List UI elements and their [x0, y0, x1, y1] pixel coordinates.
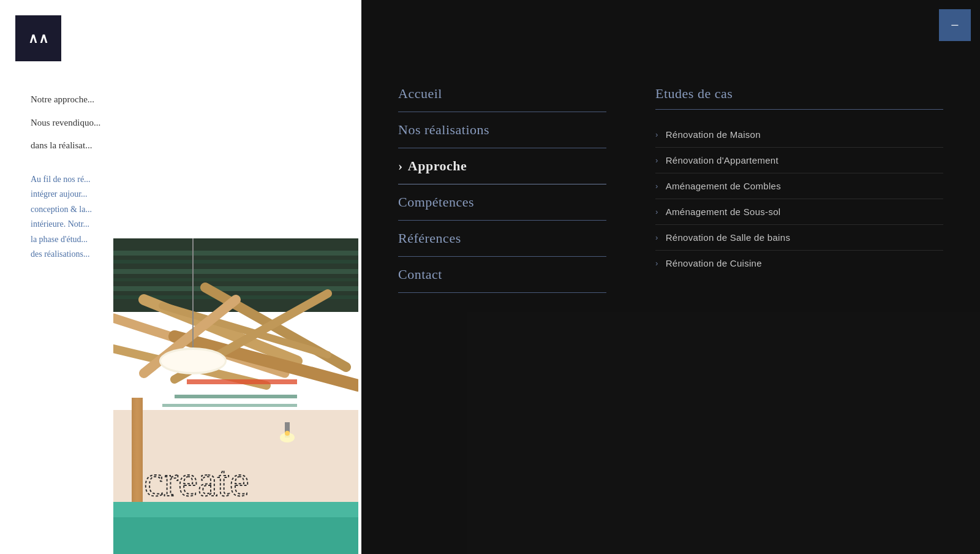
svg-rect-2 — [113, 260, 358, 264]
nav-subitem-renovation-cuisine[interactable]: › Rénovation de Cuisine — [655, 251, 943, 276]
svg-rect-17 — [162, 404, 297, 407]
chevron-icon-2: › — [655, 156, 658, 165]
nav-item-references[interactable]: Références — [398, 221, 606, 257]
svg-rect-3 — [113, 269, 358, 274]
nav-subitem-label-5: Rénovation de Salle de bains — [666, 232, 791, 243]
paragraph-3: dans la réalisat... — [31, 138, 331, 154]
nav-subitem-amenagement-sous-sol[interactable]: › Aménagement de Sous-sol — [655, 199, 943, 225]
paragraph-2: Nous revendiquo... — [31, 115, 331, 131]
nav-item-accueil[interactable]: Accueil — [398, 86, 606, 112]
nav-subitem-label-2: Rénovation d'Appartement — [666, 155, 778, 165]
chevron-icon-6: › — [655, 259, 658, 268]
logo-symbol: ∧∧ — [28, 31, 49, 47]
nav-subitem-label-1: Rénovation de Maison — [666, 129, 761, 140]
nav-subitem-amenagement-combles[interactable]: › Aménagement de Combles — [655, 173, 943, 199]
nav-section-title: Etudes de cas — [655, 86, 943, 110]
nav-right-column: Etudes de cas › Rénovation de Maison › R… — [655, 86, 943, 517]
svg-rect-16 — [175, 395, 297, 398]
image-background: create — [113, 238, 358, 554]
nav-subitem-label-6: Rénovation de Cuisine — [666, 258, 762, 268]
paragraph-1: Notre approche... — [31, 92, 331, 108]
svg-rect-4 — [113, 278, 358, 281]
nav-item-nos-realisations[interactable]: Nos réalisations — [398, 112, 606, 148]
svg-rect-5 — [113, 286, 358, 291]
site-logo[interactable]: ∧∧ — [15, 15, 61, 61]
nav-overlay: Accueil Nos réalisations Approche Compét… — [361, 0, 980, 554]
nav-left-column: Accueil Nos réalisations Approche Compét… — [398, 86, 606, 517]
nav-subitem-label-4: Aménagement de Sous-sol — [666, 207, 781, 217]
svg-rect-15 — [187, 379, 297, 384]
svg-rect-27 — [113, 517, 358, 554]
chevron-icon-1: › — [655, 130, 658, 139]
nav-item-contact[interactable]: Contact — [398, 257, 606, 293]
nav-subitem-renovation-salle-de-bains[interactable]: › Rénovation de Salle de bains — [655, 225, 943, 251]
nav-item-competences[interactable]: Compétences — [398, 184, 606, 221]
chevron-icon-3: › — [655, 181, 658, 191]
chevron-icon-4: › — [655, 207, 658, 216]
chevron-icon-5: › — [655, 233, 658, 242]
svg-rect-29 — [132, 398, 143, 502]
nav-subitem-renovation-maison[interactable]: › Rénovation de Maison — [655, 122, 943, 148]
svg-point-24 — [285, 431, 290, 436]
content-image: create — [113, 238, 358, 554]
nav-subitem-renovation-appartement[interactable]: › Rénovation d'Appartement — [655, 148, 943, 173]
svg-text:create: create — [144, 457, 249, 506]
left-content-panel: Notre approche... Nous revendiquo... dan… — [0, 0, 361, 554]
nav-item-approche[interactable]: Approche — [398, 148, 606, 184]
nav-subitem-label-3: Aménagement de Combles — [666, 181, 781, 191]
svg-rect-1 — [113, 251, 358, 256]
svg-point-20 — [161, 350, 225, 372]
menu-close-icon: − — [951, 18, 959, 32]
menu-close-button[interactable]: − — [939, 9, 971, 41]
